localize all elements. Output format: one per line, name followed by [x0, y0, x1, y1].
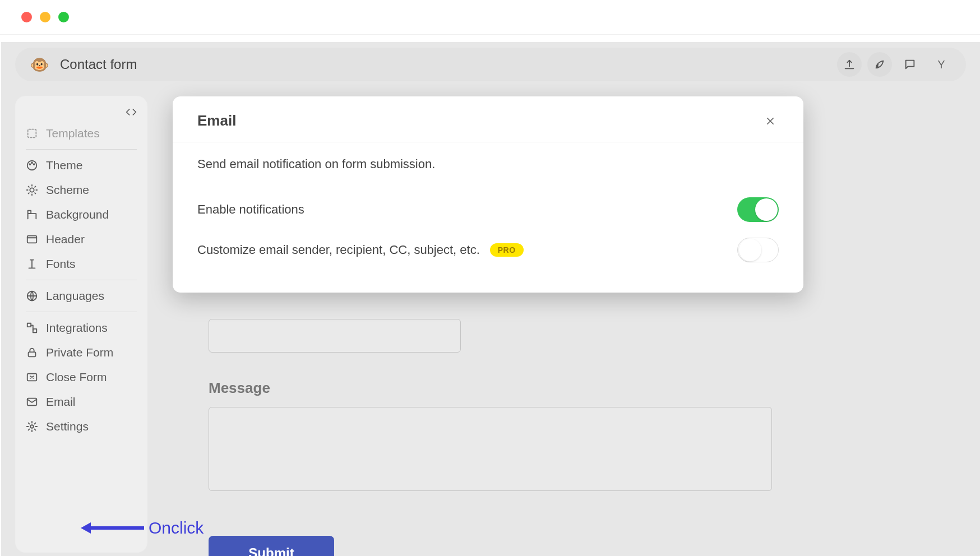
- header-icon: [26, 233, 38, 245]
- sidebar-item-label: Private Form: [46, 346, 113, 359]
- sidebar-item-label: Settings: [46, 420, 89, 433]
- svg-rect-9: [27, 323, 31, 327]
- avatar-letter: Y: [937, 58, 945, 71]
- rocket-icon: [873, 58, 886, 71]
- svg-point-5: [30, 188, 34, 192]
- sidebar-item-settings[interactable]: Settings: [16, 414, 147, 439]
- submit-button-label: Submit: [248, 545, 294, 556]
- email-settings-dialog: Email Send email notification on form su…: [173, 96, 803, 293]
- upload-icon: [843, 58, 856, 71]
- window-titlebar: [0, 0, 980, 35]
- customize-email-label: Customize email sender, recipient, CC, s…: [197, 243, 480, 257]
- templates-icon: [26, 127, 38, 140]
- dialog-title: Email: [197, 112, 236, 129]
- palette-icon: [26, 159, 38, 172]
- sidebar-item-label: Scheme: [46, 183, 89, 197]
- row-enable-notifications: Enable notifications: [197, 189, 779, 230]
- dialog-body: Send email notification on form submissi…: [173, 142, 803, 293]
- background-icon: [26, 208, 38, 221]
- lock-icon: [26, 346, 38, 359]
- close-form-icon: [26, 371, 38, 383]
- message-label: Message: [209, 379, 769, 397]
- globe-icon: [26, 290, 38, 302]
- submit-button[interactable]: Submit: [209, 536, 334, 556]
- form-title: Contact form: [60, 57, 137, 72]
- enable-notifications-label: Enable notifications: [197, 202, 304, 217]
- publish-button[interactable]: [867, 52, 892, 77]
- sidebar-item-scheme[interactable]: Scheme: [16, 178, 147, 202]
- sidebar-item-label: Close Form: [46, 370, 107, 384]
- minimize-window-icon[interactable]: [40, 12, 50, 22]
- close-icon: [765, 116, 775, 126]
- sidebar-item-label: Header: [46, 233, 85, 246]
- sidebar-separator: [26, 312, 137, 312]
- svg-rect-7: [27, 236, 37, 243]
- row-customize-email: Customize email sender, recipient, CC, s…: [197, 230, 779, 270]
- app-logo-monkey-icon: 🐵: [29, 54, 50, 75]
- arrow-left-icon: [81, 522, 91, 534]
- sidebar-item-email[interactable]: Email: [16, 390, 147, 414]
- svg-point-2: [29, 164, 30, 165]
- font-icon: [26, 258, 38, 270]
- sidebar-item-fonts[interactable]: Fonts: [16, 252, 147, 276]
- sidebar-item-theme[interactable]: Theme: [16, 153, 147, 178]
- sidebar-item-label: Fonts: [46, 257, 76, 271]
- sidebar-item-label: Integrations: [46, 321, 108, 335]
- code-icon: [126, 106, 137, 118]
- sidebar-item-label: Email: [46, 395, 76, 409]
- annotation-onclick: Onclick: [81, 518, 204, 538]
- gear-icon: [26, 420, 38, 433]
- sidebar: Templates Theme Scheme Background Header…: [15, 96, 147, 553]
- dialog-description: Send email notification on form submissi…: [197, 157, 779, 172]
- enable-notifications-toggle[interactable]: [737, 197, 779, 222]
- dialog-header: Email: [173, 96, 803, 142]
- maximize-window-icon[interactable]: [58, 12, 69, 22]
- svg-rect-0: [28, 129, 36, 138]
- svg-rect-10: [33, 329, 36, 332]
- customize-email-toggle[interactable]: [737, 238, 779, 262]
- toggle-knob: [755, 198, 778, 221]
- annotation-text: Onclick: [149, 518, 204, 538]
- svg-rect-11: [29, 352, 36, 356]
- sidebar-separator: [26, 149, 137, 150]
- sidebar-item-label: Languages: [46, 289, 104, 303]
- sidebar-item-templates[interactable]: Templates: [16, 121, 147, 146]
- sidebar-item-languages[interactable]: Languages: [16, 284, 147, 308]
- svg-point-4: [34, 164, 35, 165]
- integrations-icon: [26, 322, 38, 334]
- dialog-close-button[interactable]: [762, 113, 779, 129]
- comment-icon: [904, 58, 916, 71]
- comments-button[interactable]: [898, 52, 922, 77]
- svg-point-3: [31, 163, 33, 164]
- svg-point-14: [30, 425, 34, 428]
- close-window-icon[interactable]: [21, 12, 32, 22]
- sidebar-item-integrations[interactable]: Integrations: [16, 316, 147, 340]
- sun-icon: [26, 184, 38, 196]
- sidebar-item-header[interactable]: Header: [16, 227, 147, 252]
- pro-badge: PRO: [490, 243, 524, 257]
- toggle-knob: [739, 239, 761, 261]
- sidebar-separator: [26, 280, 137, 280]
- user-avatar[interactable]: Y: [930, 53, 953, 76]
- sidebar-item-label: Theme: [46, 159, 82, 172]
- message-textarea[interactable]: [209, 407, 772, 491]
- sidebar-item-label: Templates: [46, 127, 100, 140]
- topbar: 🐵 Contact form Y: [15, 48, 966, 81]
- sidebar-item-close-form[interactable]: Close Form: [16, 365, 147, 390]
- sidebar-item-background[interactable]: Background: [16, 202, 147, 227]
- code-toggle-button[interactable]: [16, 102, 147, 121]
- sidebar-item-private-form[interactable]: Private Form: [16, 340, 147, 365]
- text-input[interactable]: [209, 319, 461, 353]
- arrow-line: [90, 526, 144, 530]
- sidebar-item-label: Background: [46, 208, 109, 221]
- mail-icon: [26, 396, 38, 408]
- share-button[interactable]: [837, 52, 862, 77]
